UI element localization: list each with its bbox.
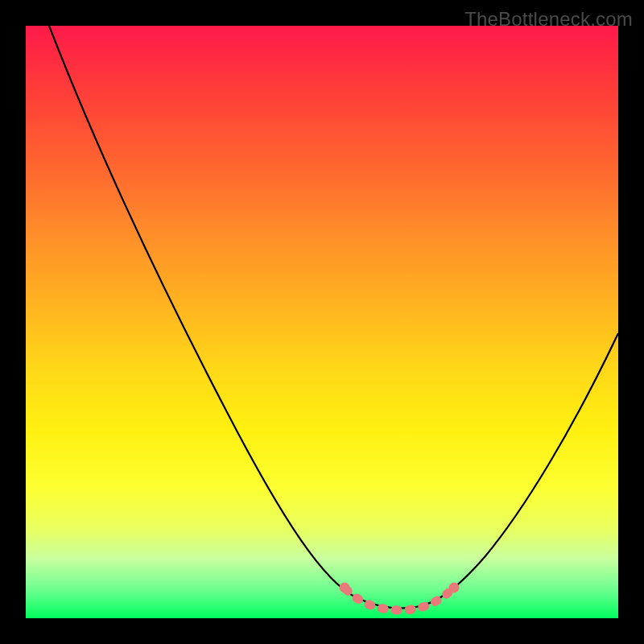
- bottleneck-curve-line: [49, 26, 618, 609]
- bottleneck-curve-svg: [26, 26, 618, 618]
- highlight-end-right: [449, 583, 460, 593]
- plot-area: [26, 26, 618, 618]
- chart-container: TheBottleneck.com: [0, 0, 644, 644]
- optimal-zone-highlight: [346, 589, 452, 610]
- highlight-end-left: [340, 583, 350, 593]
- watermark-text: TheBottleneck.com: [464, 8, 633, 31]
